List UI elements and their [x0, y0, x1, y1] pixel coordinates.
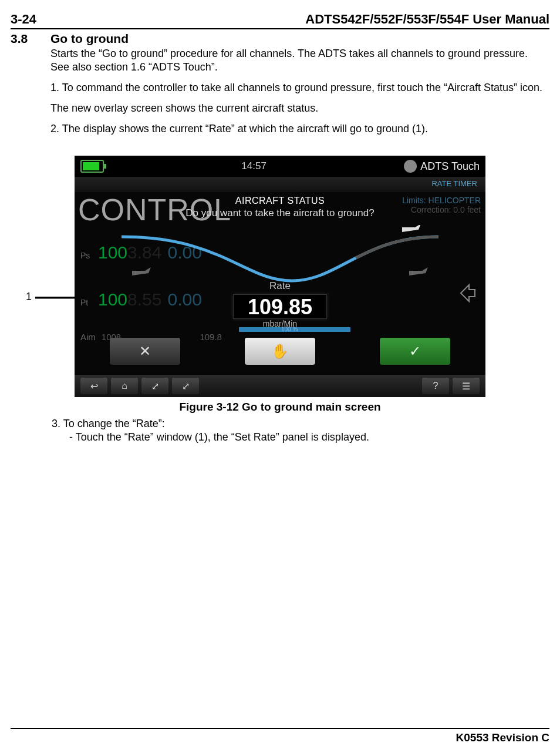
rate-value-box[interactable]: 109.85: [233, 294, 327, 319]
rate-panel: Rate 109.85 mbar/Min: [75, 280, 485, 328]
callout-1-label: 1: [26, 291, 32, 303]
ge-logo-icon: [404, 160, 417, 173]
progress-bar: 100 %: [239, 327, 350, 332]
brand-label: ADTS Touch: [404, 160, 480, 173]
nav-help-button[interactable]: ?: [422, 378, 449, 394]
revision-label: K0553 Revision C: [456, 731, 549, 744]
page-number: 3-24: [11, 12, 36, 27]
nav-expand1-button[interactable]: ⤢: [141, 378, 168, 394]
paragraph-intro: Starts the “Go to ground” procedure for …: [50, 47, 549, 74]
dialog-buttons: ✕ ✋ ✓: [75, 338, 485, 365]
section-title: Go to ground: [50, 32, 549, 46]
section-number: 3.8: [11, 32, 34, 143]
figure-3-12: 1 14:57 ADTS Touch RATE TIMER CONTROL Li…: [11, 156, 549, 397]
figure-caption: Figure 3-12 Go to ground main screen: [11, 401, 549, 414]
step-1-note: The new overlay screen shows the current…: [50, 102, 549, 115]
step-1: 1. To command the controller to take all…: [50, 81, 549, 95]
manual-title: ADTS542F/552F/553F/554F User Manual: [305, 12, 549, 27]
nav-home-button[interactable]: ⌂: [111, 378, 138, 394]
aircraft-status-overlay: AIRCRAFT STATUS Do you want to take the …: [75, 192, 485, 374]
page-footer: K0553 Revision C: [11, 728, 549, 744]
rate-label: Rate: [269, 280, 291, 292]
device-screenshot: 14:57 ADTS Touch RATE TIMER CONTROL Limi…: [75, 156, 485, 397]
dialog-title-block: AIRCRAFT STATUS Do you want to take the …: [75, 196, 485, 219]
brand-text: ADTS Touch: [420, 160, 480, 173]
page-header: 3-24 ADTS542F/552F/553F/554F User Manual: [11, 12, 549, 29]
rate-timer-bar: RATE TIMER: [75, 177, 485, 192]
progress-text: 100 %: [281, 326, 298, 332]
battery-icon: [80, 160, 104, 173]
section: 3.8 Go to ground Starts the “Go to groun…: [11, 32, 549, 143]
cancel-button[interactable]: ✕: [110, 338, 180, 365]
clock: 14:57: [241, 160, 266, 172]
device-nav-bar: ↩ ⌂ ⤢ ⤢ ? ☰: [75, 375, 485, 397]
step-2: 2. The display shows the current “Rate” …: [50, 122, 549, 136]
nav-back-button[interactable]: ↩: [80, 378, 107, 394]
device-status-bar: 14:57 ADTS Touch: [75, 156, 485, 177]
step-3: 3. To change the “Rate”:: [52, 417, 549, 431]
confirm-button[interactable]: ✓: [380, 338, 450, 365]
nav-expand2-button[interactable]: ⤢: [172, 378, 199, 394]
nav-menu-button[interactable]: ☰: [453, 378, 480, 394]
step-3-sub: - Touch the “Rate” window (1), the “Set …: [69, 431, 549, 444]
device-main: CONTROL Limits: HELICOPTER Correction: 0…: [75, 192, 485, 374]
section-body: Go to ground Starts the “Go to ground” p…: [50, 32, 549, 143]
hold-button[interactable]: ✋: [245, 338, 315, 365]
nudge-right-icon[interactable]: [458, 280, 477, 306]
dialog-question: Do you want to take the aircraft to grou…: [75, 207, 485, 219]
dialog-title: AIRCRAFT STATUS: [75, 196, 485, 206]
